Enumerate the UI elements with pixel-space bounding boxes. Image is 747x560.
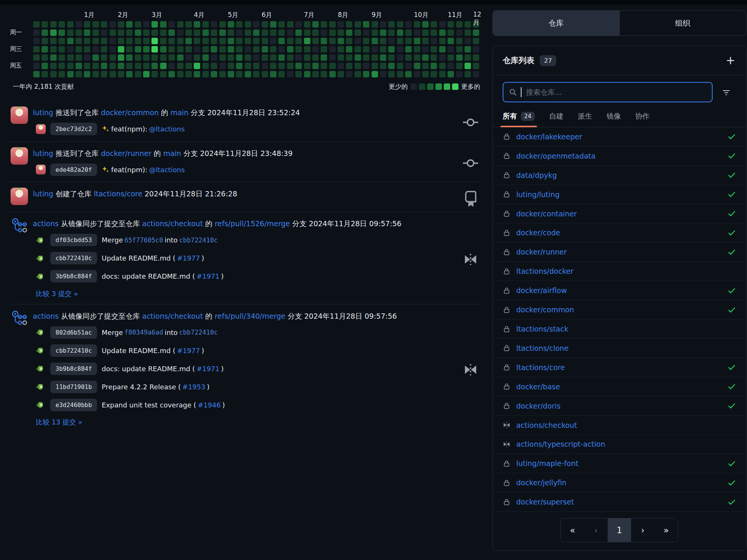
repo-link[interactable]: docker/lakekeeper — [516, 133, 582, 141]
activity-link[interactable]: actions — [33, 312, 59, 320]
repo-link[interactable]: ltactions/stack — [516, 325, 568, 333]
repo-link[interactable]: docker/airflow — [516, 286, 567, 295]
commit-hash-link[interactable]: cbb722410c — [179, 236, 218, 244]
activity-link[interactable]: @ltactions — [149, 125, 185, 133]
repo-link[interactable]: actions/typescript-action — [516, 440, 605, 448]
repo-link[interactable]: docker/jellyfin — [516, 478, 566, 487]
repo-link[interactable]: ltactions/clone — [516, 344, 569, 352]
activity-link[interactable]: #1977 — [177, 347, 200, 355]
heatmap-cell — [185, 46, 192, 52]
heatmap-cell — [363, 29, 369, 36]
commit-hash-badge[interactable]: 2bec73d2c2 — [50, 123, 97, 135]
commit-hash-badge[interactable]: 3b9b8c884f — [50, 363, 97, 375]
filter-tab[interactable]: 镜像 — [607, 111, 621, 127]
filter-tab[interactable]: 派生 — [578, 111, 592, 127]
commit-hash-link[interactable]: f80349a6ad — [125, 329, 163, 336]
heatmap-cell — [110, 71, 116, 77]
heatmap-cell — [363, 21, 369, 28]
activity-link[interactable]: ltactions/core — [94, 190, 142, 198]
heatmap-cell — [329, 71, 336, 77]
repo-link[interactable]: docker/runner — [516, 248, 567, 256]
first-page-button[interactable]: « — [561, 518, 584, 542]
compare-commits-link[interactable]: 比较 13 提交 » — [36, 418, 82, 427]
activity-link[interactable]: #1953 — [182, 383, 205, 391]
heatmap-cell — [338, 38, 344, 44]
next-page-button[interactable]: › — [631, 518, 654, 542]
heatmap-cell — [160, 38, 167, 44]
repo-link[interactable]: docker/base — [516, 383, 560, 391]
activity-link[interactable]: main — [163, 149, 181, 157]
last-page-button[interactable]: » — [654, 518, 678, 542]
check-icon — [727, 171, 736, 179]
heatmap-cell — [245, 29, 251, 36]
activity-text: feat(npm): — [111, 125, 147, 133]
activity-link[interactable]: refs/pull/1526/merge — [215, 219, 290, 228]
heatmap-cell — [295, 38, 302, 44]
legend-more-label: 更多的 — [461, 82, 480, 91]
repo-link[interactable]: luting/luting — [516, 190, 560, 199]
commit-hash-link[interactable]: 65f77605c0 — [125, 236, 163, 244]
filter-tab[interactable]: 协作 — [635, 111, 650, 127]
commit-hash-badge[interactable]: e3d2460bbb — [50, 399, 97, 411]
tab-repositories[interactable]: 仓库 — [493, 11, 619, 35]
heatmap-cell — [177, 38, 184, 44]
commit-hash-link[interactable]: cbb722410c — [179, 329, 218, 336]
repo-row: actions/checkout — [493, 416, 746, 435]
activity-link[interactable]: luting — [33, 190, 53, 198]
repo-link[interactable]: docker/code — [516, 228, 560, 237]
activity-link[interactable]: refs/pull/340/merge — [215, 312, 285, 320]
heatmap-cell — [194, 21, 200, 28]
filter-tab[interactable]: 自建 — [549, 111, 563, 127]
repo-link[interactable]: docker/superset — [516, 498, 574, 506]
heatmap-cell — [439, 54, 446, 61]
compare-commits-link[interactable]: 比较 3 提交 » — [36, 289, 78, 298]
repo-link[interactable]: ltactions/docker — [516, 267, 573, 275]
filter-tab[interactable]: 所有24 — [503, 111, 535, 127]
repo-link[interactable]: luting/maple-font — [516, 459, 578, 467]
add-repo-button[interactable]: + — [725, 55, 736, 66]
commit-hash-badge[interactable]: cbb722410c — [50, 252, 97, 264]
heatmap-cell — [338, 29, 344, 36]
commit-hash-badge[interactable]: 11bd71901b — [50, 381, 97, 393]
current-page-button[interactable]: 1 — [608, 518, 631, 542]
activity-link[interactable]: docker/runner — [101, 149, 151, 157]
activity-link[interactable]: docker/common — [101, 108, 159, 117]
lock-icon — [503, 306, 511, 314]
repo-link[interactable]: docker/openmetadata — [516, 152, 596, 160]
repo-link[interactable]: ltactions/core — [516, 363, 565, 372]
activity-link[interactable]: #1946 — [198, 401, 221, 409]
commit-hash-badge[interactable]: ede482a20f — [50, 164, 97, 176]
commit-hash-badge[interactable]: cbb722410c — [50, 344, 97, 357]
repo-link[interactable]: docker/container — [516, 210, 577, 218]
activity-link[interactable]: #1971 — [196, 272, 219, 280]
commit-hash-badge[interactable]: 802d6b51ac — [50, 326, 97, 339]
repo-row: ltactions/core — [493, 358, 746, 377]
activity-text: 分支 2024年11月28日 09:57:56 — [290, 219, 401, 228]
heatmap-cell — [278, 21, 285, 28]
repo-link[interactable]: docker/common — [516, 305, 574, 314]
heatmap-cell — [287, 38, 293, 44]
heatmap-cell — [110, 29, 116, 36]
heatmap-cell — [160, 29, 167, 36]
tab-organizations[interactable]: 组织 — [619, 11, 746, 35]
activity-link[interactable]: #1971 — [196, 365, 219, 373]
commit-hash-badge[interactable]: 3b9b8c884f — [50, 270, 97, 282]
repo-link[interactable]: data/dpykg — [516, 171, 557, 179]
activity-link[interactable]: luting — [33, 149, 53, 157]
activity-link[interactable]: actions/checkout — [142, 312, 203, 320]
heatmap-cell — [185, 38, 192, 44]
contribution-summary: 一年内 2,181 次贡献 — [13, 82, 74, 91]
activity-link[interactable]: actions — [33, 219, 59, 228]
activity-link[interactable]: #1977 — [177, 254, 200, 262]
activity-link[interactable]: luting — [33, 108, 53, 117]
activity-link[interactable]: main — [170, 108, 188, 117]
repo-search-input[interactable] — [525, 88, 707, 97]
heatmap-cell — [363, 38, 369, 44]
commit-hash-badge[interactable]: df03cbdd53 — [50, 234, 97, 246]
heatmap-cell — [270, 29, 276, 36]
repo-link[interactable]: actions/checkout — [516, 421, 577, 429]
filter-button[interactable] — [716, 83, 736, 102]
repo-link[interactable]: docker/doris — [516, 402, 560, 410]
activity-link[interactable]: @ltactions — [149, 166, 185, 174]
activity-link[interactable]: actions/checkout — [142, 219, 203, 228]
